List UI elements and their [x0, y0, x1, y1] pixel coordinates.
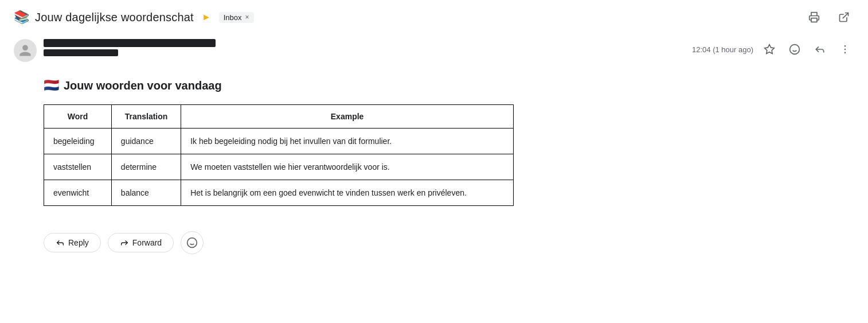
inbox-label: Inbox: [224, 13, 242, 22]
subject-icon: 📚: [14, 10, 29, 25]
table-row: evenwichtbalanceHet is belangrijk om een…: [44, 180, 514, 206]
email-actions: Reply Forward: [0, 217, 868, 268]
forward-button-label: Forward: [132, 238, 162, 247]
sender-name: [44, 39, 216, 47]
column-header-translation: Translation: [111, 105, 181, 129]
reaction-button[interactable]: [785, 40, 804, 59]
cell-example-2: Het is belangrijk om een goed evenwicht …: [181, 180, 514, 206]
table-row: begeleidingguidanceIk heb begeleiding no…: [44, 129, 514, 154]
reply-button-label: Reply: [68, 238, 89, 247]
reply-header-button[interactable]: [811, 40, 829, 59]
netherlands-flag: 🇳🇱: [44, 78, 59, 93]
header-actions: [804, 7, 854, 28]
svg-point-3: [790, 45, 800, 55]
arrow-icon: ►: [202, 12, 211, 22]
cell-example-1: We moeten vaststellen wie hier verantwoo…: [181, 154, 514, 180]
cell-translation-2: balance: [111, 180, 181, 206]
email-heading-text: Jouw woorden voor vandaag: [64, 79, 222, 92]
sender-right: 12:04 (1 hour ago): [692, 39, 854, 59]
email-subject-title: Jouw dagelijkse woordenschat: [35, 11, 194, 24]
sender-email: [44, 49, 118, 56]
cell-word-2: evenwicht: [44, 180, 112, 206]
forward-icon: [120, 238, 129, 247]
emoji-reaction-button[interactable]: [181, 231, 204, 254]
star-icon: [764, 44, 775, 55]
inbox-close-button[interactable]: ×: [245, 13, 249, 21]
emoji-btn-icon: [186, 237, 198, 248]
reply-header-icon: [814, 44, 826, 55]
forward-button[interactable]: Forward: [108, 233, 174, 252]
email-container: 📚 Jouw dagelijkse woordenschat ► Inbox ×: [0, 0, 868, 323]
email-timestamp: 12:04 (1 hour ago): [692, 45, 753, 54]
column-header-word: Word: [44, 105, 112, 129]
more-options-icon: [839, 44, 851, 55]
cell-example-0: Ik heb begeleiding nodig bij het invulle…: [181, 129, 514, 154]
email-header: 📚 Jouw dagelijkse woordenschat ► Inbox ×: [0, 0, 868, 32]
svg-marker-2: [765, 45, 775, 54]
sender-row: 12:04 (1 hour ago): [0, 32, 868, 67]
cell-word-0: begeleiding: [44, 129, 112, 154]
more-options-button[interactable]: [836, 40, 854, 59]
reply-icon: [56, 238, 65, 247]
star-button[interactable]: [760, 40, 779, 59]
svg-point-7: [844, 49, 846, 50]
svg-point-6: [844, 45, 846, 47]
column-header-example: Example: [181, 105, 514, 129]
print-button[interactable]: [804, 7, 824, 28]
popout-button[interactable]: [834, 7, 854, 28]
reply-button[interactable]: Reply: [44, 233, 101, 252]
print-icon: [808, 11, 820, 23]
word-table: Word Translation Example begeleidingguid…: [44, 104, 514, 206]
cell-translation-0: guidance: [111, 129, 181, 154]
svg-point-8: [844, 52, 846, 54]
cell-translation-1: determine: [111, 154, 181, 180]
email-body: 🇳🇱 Jouw woorden voor vandaag Word Transl…: [0, 67, 868, 217]
popout-icon: [838, 11, 850, 23]
email-heading: 🇳🇱 Jouw woorden voor vandaag: [44, 78, 854, 93]
sender-left: [14, 39, 216, 62]
svg-rect-0: [811, 18, 817, 22]
svg-point-9: [187, 238, 197, 248]
emoji-reaction-icon: [789, 44, 800, 55]
inbox-badge: Inbox ×: [219, 12, 254, 23]
cell-word-1: vaststellen: [44, 154, 112, 180]
person-icon: [18, 44, 32, 57]
table-row: vaststellendetermineWe moeten vaststelle…: [44, 154, 514, 180]
svg-line-1: [843, 13, 848, 18]
email-subject-area: 📚 Jouw dagelijkse woordenschat ► Inbox ×: [14, 10, 254, 25]
table-header-row: Word Translation Example: [44, 105, 514, 129]
sender-info: [44, 39, 216, 56]
avatar: [14, 39, 37, 62]
